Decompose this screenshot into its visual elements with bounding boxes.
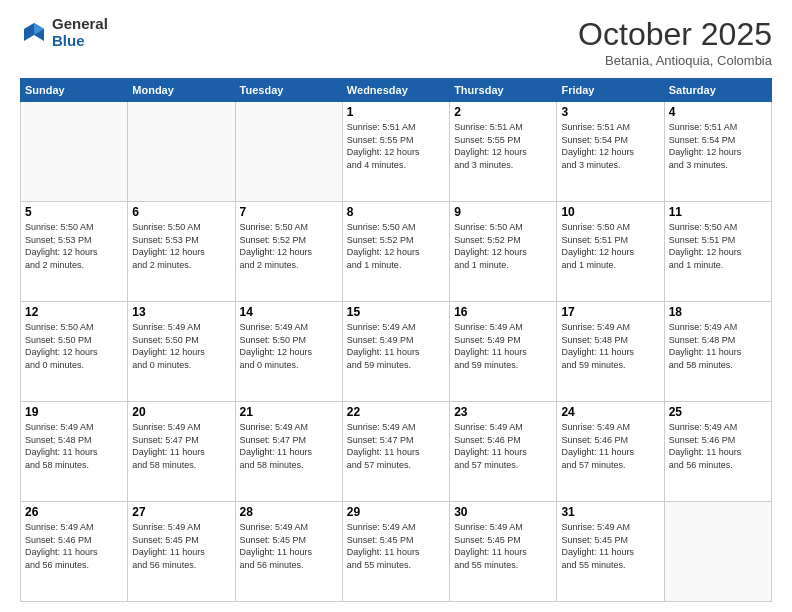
calendar-cell: 4Sunrise: 5:51 AM Sunset: 5:54 PM Daylig…	[664, 102, 771, 202]
calendar-cell: 28Sunrise: 5:49 AM Sunset: 5:45 PM Dayli…	[235, 502, 342, 602]
day-info: Sunrise: 5:49 AM Sunset: 5:50 PM Dayligh…	[240, 321, 338, 371]
calendar-cell	[664, 502, 771, 602]
calendar-cell: 1Sunrise: 5:51 AM Sunset: 5:55 PM Daylig…	[342, 102, 449, 202]
day-info: Sunrise: 5:49 AM Sunset: 5:48 PM Dayligh…	[561, 321, 659, 371]
day-number: 20	[132, 405, 230, 419]
day-number: 23	[454, 405, 552, 419]
day-info: Sunrise: 5:49 AM Sunset: 5:49 PM Dayligh…	[347, 321, 445, 371]
calendar-cell: 15Sunrise: 5:49 AM Sunset: 5:49 PM Dayli…	[342, 302, 449, 402]
day-number: 10	[561, 205, 659, 219]
day-info: Sunrise: 5:49 AM Sunset: 5:45 PM Dayligh…	[561, 521, 659, 571]
calendar-cell	[21, 102, 128, 202]
day-number: 27	[132, 505, 230, 519]
calendar-cell: 13Sunrise: 5:49 AM Sunset: 5:50 PM Dayli…	[128, 302, 235, 402]
calendar-cell: 31Sunrise: 5:49 AM Sunset: 5:45 PM Dayli…	[557, 502, 664, 602]
day-info: Sunrise: 5:51 AM Sunset: 5:55 PM Dayligh…	[347, 121, 445, 171]
page: General Blue October 2025 Betania, Antio…	[0, 0, 792, 612]
day-number: 31	[561, 505, 659, 519]
calendar-cell: 17Sunrise: 5:49 AM Sunset: 5:48 PM Dayli…	[557, 302, 664, 402]
day-number: 24	[561, 405, 659, 419]
header: General Blue October 2025 Betania, Antio…	[20, 16, 772, 68]
day-number: 7	[240, 205, 338, 219]
day-number: 1	[347, 105, 445, 119]
day-number: 3	[561, 105, 659, 119]
day-info: Sunrise: 5:50 AM Sunset: 5:51 PM Dayligh…	[561, 221, 659, 271]
day-number: 4	[669, 105, 767, 119]
calendar-cell: 18Sunrise: 5:49 AM Sunset: 5:48 PM Dayli…	[664, 302, 771, 402]
calendar-cell: 21Sunrise: 5:49 AM Sunset: 5:47 PM Dayli…	[235, 402, 342, 502]
day-number: 29	[347, 505, 445, 519]
weekday-header: Sunday	[21, 79, 128, 102]
calendar-cell: 19Sunrise: 5:49 AM Sunset: 5:48 PM Dayli…	[21, 402, 128, 502]
calendar-cell: 20Sunrise: 5:49 AM Sunset: 5:47 PM Dayli…	[128, 402, 235, 502]
day-info: Sunrise: 5:49 AM Sunset: 5:49 PM Dayligh…	[454, 321, 552, 371]
day-number: 11	[669, 205, 767, 219]
calendar-cell: 23Sunrise: 5:49 AM Sunset: 5:46 PM Dayli…	[450, 402, 557, 502]
day-info: Sunrise: 5:49 AM Sunset: 5:45 PM Dayligh…	[132, 521, 230, 571]
calendar-cell: 10Sunrise: 5:50 AM Sunset: 5:51 PM Dayli…	[557, 202, 664, 302]
day-number: 18	[669, 305, 767, 319]
day-number: 15	[347, 305, 445, 319]
day-info: Sunrise: 5:51 AM Sunset: 5:54 PM Dayligh…	[669, 121, 767, 171]
weekday-header: Friday	[557, 79, 664, 102]
location: Betania, Antioquia, Colombia	[578, 53, 772, 68]
calendar-cell: 11Sunrise: 5:50 AM Sunset: 5:51 PM Dayli…	[664, 202, 771, 302]
logo-blue: Blue	[52, 33, 108, 50]
day-info: Sunrise: 5:51 AM Sunset: 5:54 PM Dayligh…	[561, 121, 659, 171]
calendar-cell: 3Sunrise: 5:51 AM Sunset: 5:54 PM Daylig…	[557, 102, 664, 202]
day-number: 9	[454, 205, 552, 219]
calendar-week: 5Sunrise: 5:50 AM Sunset: 5:53 PM Daylig…	[21, 202, 772, 302]
calendar-cell: 9Sunrise: 5:50 AM Sunset: 5:52 PM Daylig…	[450, 202, 557, 302]
day-number: 14	[240, 305, 338, 319]
day-info: Sunrise: 5:49 AM Sunset: 5:48 PM Dayligh…	[25, 421, 123, 471]
day-info: Sunrise: 5:49 AM Sunset: 5:45 PM Dayligh…	[240, 521, 338, 571]
day-number: 22	[347, 405, 445, 419]
calendar-cell	[235, 102, 342, 202]
day-info: Sunrise: 5:49 AM Sunset: 5:48 PM Dayligh…	[669, 321, 767, 371]
calendar-cell: 14Sunrise: 5:49 AM Sunset: 5:50 PM Dayli…	[235, 302, 342, 402]
weekday-header: Wednesday	[342, 79, 449, 102]
weekday-header: Saturday	[664, 79, 771, 102]
calendar-cell: 29Sunrise: 5:49 AM Sunset: 5:45 PM Dayli…	[342, 502, 449, 602]
calendar-cell: 8Sunrise: 5:50 AM Sunset: 5:52 PM Daylig…	[342, 202, 449, 302]
calendar-body: 1Sunrise: 5:51 AM Sunset: 5:55 PM Daylig…	[21, 102, 772, 602]
day-number: 30	[454, 505, 552, 519]
calendar-cell: 7Sunrise: 5:50 AM Sunset: 5:52 PM Daylig…	[235, 202, 342, 302]
day-info: Sunrise: 5:49 AM Sunset: 5:46 PM Dayligh…	[25, 521, 123, 571]
day-number: 25	[669, 405, 767, 419]
logo-icon	[20, 19, 48, 47]
day-info: Sunrise: 5:49 AM Sunset: 5:47 PM Dayligh…	[132, 421, 230, 471]
day-number: 13	[132, 305, 230, 319]
day-info: Sunrise: 5:50 AM Sunset: 5:50 PM Dayligh…	[25, 321, 123, 371]
day-number: 28	[240, 505, 338, 519]
day-info: Sunrise: 5:50 AM Sunset: 5:52 PM Dayligh…	[240, 221, 338, 271]
calendar-cell: 27Sunrise: 5:49 AM Sunset: 5:45 PM Dayli…	[128, 502, 235, 602]
calendar-week: 19Sunrise: 5:49 AM Sunset: 5:48 PM Dayli…	[21, 402, 772, 502]
day-info: Sunrise: 5:50 AM Sunset: 5:53 PM Dayligh…	[132, 221, 230, 271]
weekday-header-row: SundayMondayTuesdayWednesdayThursdayFrid…	[21, 79, 772, 102]
day-info: Sunrise: 5:51 AM Sunset: 5:55 PM Dayligh…	[454, 121, 552, 171]
day-number: 17	[561, 305, 659, 319]
logo-text: General Blue	[52, 16, 108, 49]
day-info: Sunrise: 5:49 AM Sunset: 5:47 PM Dayligh…	[240, 421, 338, 471]
day-info: Sunrise: 5:50 AM Sunset: 5:52 PM Dayligh…	[454, 221, 552, 271]
month-title: October 2025	[578, 16, 772, 53]
day-number: 2	[454, 105, 552, 119]
calendar-cell	[128, 102, 235, 202]
day-number: 8	[347, 205, 445, 219]
day-number: 26	[25, 505, 123, 519]
weekday-header: Thursday	[450, 79, 557, 102]
day-number: 5	[25, 205, 123, 219]
calendar-cell: 6Sunrise: 5:50 AM Sunset: 5:53 PM Daylig…	[128, 202, 235, 302]
day-info: Sunrise: 5:49 AM Sunset: 5:45 PM Dayligh…	[454, 521, 552, 571]
day-info: Sunrise: 5:50 AM Sunset: 5:51 PM Dayligh…	[669, 221, 767, 271]
day-number: 6	[132, 205, 230, 219]
calendar-cell: 16Sunrise: 5:49 AM Sunset: 5:49 PM Dayli…	[450, 302, 557, 402]
calendar-cell: 2Sunrise: 5:51 AM Sunset: 5:55 PM Daylig…	[450, 102, 557, 202]
day-info: Sunrise: 5:49 AM Sunset: 5:46 PM Dayligh…	[454, 421, 552, 471]
day-info: Sunrise: 5:49 AM Sunset: 5:50 PM Dayligh…	[132, 321, 230, 371]
logo: General Blue	[20, 16, 108, 49]
logo-general: General	[52, 16, 108, 33]
calendar-cell: 22Sunrise: 5:49 AM Sunset: 5:47 PM Dayli…	[342, 402, 449, 502]
weekday-header: Monday	[128, 79, 235, 102]
